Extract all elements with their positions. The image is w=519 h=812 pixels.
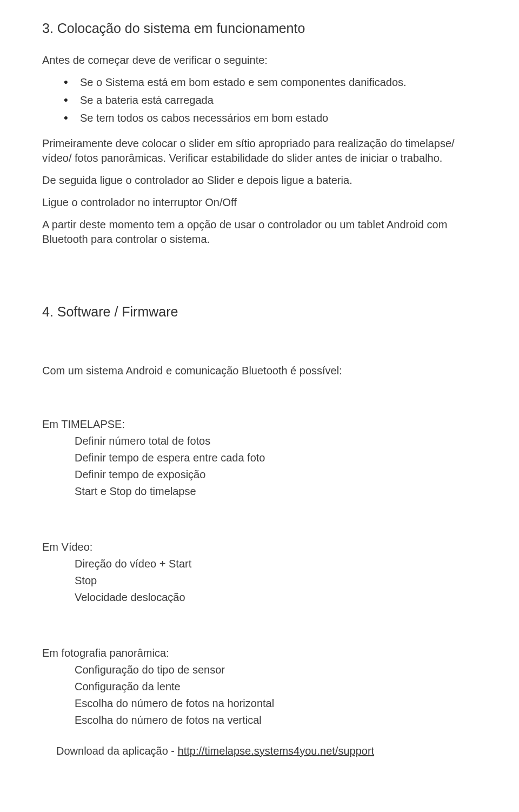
- timelapse-items: Definir número total de fotos Definir te…: [42, 434, 477, 499]
- list-item: Escolha do número de fotos na vertical: [75, 713, 477, 728]
- section-3-paragraph: Ligue o controlador no interruptor On/Of…: [42, 195, 477, 210]
- section-3-intro: Antes de começar deve de verificar o seg…: [42, 53, 477, 68]
- section-3-paragraph: De seguida ligue o controlador ao Slider…: [42, 173, 477, 188]
- list-item: Configuração do tipo de sensor: [75, 663, 477, 677]
- list-item: Definir tempo de exposição: [75, 467, 477, 482]
- list-item: Se tem todos os cabos necessários em bom…: [64, 111, 477, 126]
- download-line: Download da aplicação - http://timelapse…: [42, 744, 477, 758]
- list-item: Start e Stop do timelapse: [75, 484, 477, 499]
- section-4-title: 4. Software / Firmware: [42, 303, 477, 321]
- video-heading: Em Vídeo:: [42, 540, 477, 554]
- timelapse-heading: Em TIMELAPSE:: [42, 417, 477, 432]
- list-item: Escolha do número de fotos na horizontal: [75, 696, 477, 711]
- section-3-title: 3. Colocação do sistema em funcionamento: [42, 19, 477, 38]
- list-item: Definir número total de fotos: [75, 434, 477, 448]
- download-prefix: Download da aplicação -: [56, 745, 178, 757]
- list-item: Velocidade deslocação: [75, 590, 477, 605]
- panorama-items: Configuração do tipo de sensor Configura…: [42, 663, 477, 728]
- section-3-paragraph: A partir deste momento tem a opção de us…: [42, 217, 477, 247]
- list-item: Definir tempo de espera entre cada foto: [75, 451, 477, 465]
- list-item: Se o Sistema está em bom estado e sem co…: [64, 75, 477, 90]
- list-item: Configuração da lente: [75, 679, 477, 694]
- list-item: Stop: [75, 573, 477, 588]
- list-item: Direção do vídeo + Start: [75, 557, 477, 571]
- section-3-bullet-list: Se o Sistema está em bom estado e sem co…: [42, 75, 477, 126]
- download-link[interactable]: http://timelapse.systems4you.net/support: [178, 745, 375, 757]
- section-3-paragraph: Primeiramente deve colocar o slider em s…: [42, 136, 477, 166]
- video-items: Direção do vídeo + Start Stop Velocidade…: [42, 557, 477, 605]
- panorama-heading: Em fotografia panorâmica:: [42, 646, 477, 661]
- section-4-intro: Com um sistema Android e comunicação Blu…: [42, 364, 477, 378]
- list-item: Se a bateria está carregada: [64, 93, 477, 108]
